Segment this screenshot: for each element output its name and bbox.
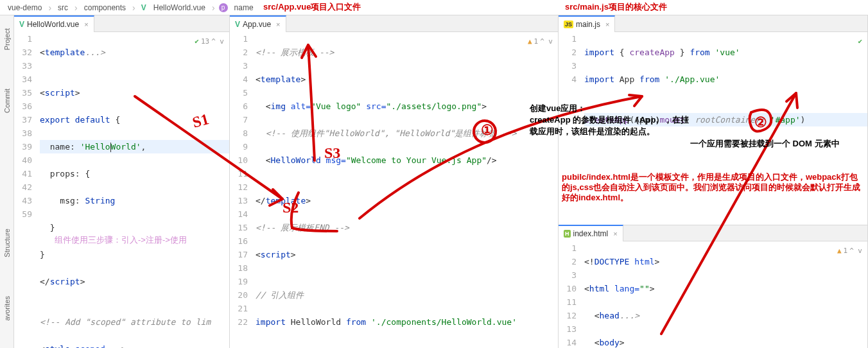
gutter: 1231011121314 — [559, 241, 582, 348]
left-tool-bar: Project Commit Structure avorites — [0, 15, 14, 348]
inspection-hint[interactable]: ✔13 ^ v — [195, 35, 224, 48]
breadcrumb: vue-demo › src › components › V HelloWor… — [0, 0, 868, 15]
gutter: 132333435363738394041424359 — [14, 32, 37, 348]
html-file-icon: H — [564, 230, 571, 238]
chevron-right-icon: › — [73, 3, 79, 13]
bc-components[interactable]: components — [82, 3, 128, 12]
editor-helloworld[interactable]: 132333435363738394041424359 <template...… — [14, 32, 229, 348]
gutter: 1234 — [559, 32, 582, 225]
tool-commit[interactable]: Commit — [3, 89, 11, 113]
bc-src[interactable]: src — [55, 3, 71, 12]
tab-label: App.vue — [243, 20, 271, 29]
check-icon: ✔ — [195, 35, 199, 48]
inspection-hint[interactable]: ▲1 ^ v — [837, 244, 862, 257]
tab-label: index.html — [573, 229, 609, 238]
close-icon[interactable]: × — [603, 21, 609, 28]
inspection-hint[interactable]: ✔ — [858, 35, 862, 48]
editor-pane-app: V App.vue × 1234567891011121314151617181… — [230, 15, 559, 348]
inspection-hint[interactable]: ▲1 ^ v — [528, 35, 553, 48]
warning-icon: ▲ — [528, 35, 532, 48]
code-area[interactable]: <!DOCTYPE html> <html lang=""> <head...>… — [582, 241, 867, 348]
tool-project[interactable]: Project — [3, 28, 11, 50]
vue-file-icon: V — [139, 3, 148, 12]
bc-symbol[interactable]: name — [232, 3, 256, 12]
editor-pane-right: JS main.js × 1234 import { createApp } f… — [559, 15, 868, 348]
gutter: 12345678910111213141516171819202122 — [230, 32, 253, 348]
close-icon[interactable]: × — [611, 230, 617, 238]
tool-favorites[interactable]: avorites — [3, 296, 11, 321]
warning-icon: ▲ — [837, 244, 842, 257]
code-area[interactable]: import { createApp } from 'vue' import A… — [582, 32, 867, 225]
vue-file-icon: V — [19, 20, 24, 29]
code-area[interactable]: <!-- 展示模板 --> <template> <img alt="Vue l… — [253, 32, 558, 348]
bc-file[interactable]: HelloWorld.vue — [151, 3, 208, 12]
editor-indexhtml[interactable]: 1231011121314 <!DOCTYPE html> <html lang… — [559, 241, 867, 348]
tab-indexhtml[interactable]: H index.html × — [559, 225, 623, 241]
chevron-right-icon: › — [131, 3, 137, 13]
editor-pane-helloworld: V HelloWorld.vue × 132333435363738394041… — [14, 15, 230, 348]
tab-label: HelloWorld.vue — [27, 20, 79, 29]
chevron-right-icon: › — [47, 3, 53, 13]
bc-project[interactable]: vue-demo — [5, 3, 44, 12]
vue-file-icon: V — [235, 20, 240, 29]
close-icon[interactable]: × — [82, 21, 88, 28]
check-icon: ✔ — [858, 35, 862, 48]
property-icon: p — [219, 3, 228, 12]
editor-mainjs[interactable]: 1234 import { createApp } from 'vue' imp… — [559, 32, 867, 225]
code-area[interactable]: <template...> <script> export default { … — [37, 32, 229, 348]
js-file-icon: JS — [564, 21, 573, 28]
close-icon[interactable]: × — [273, 21, 280, 28]
tab-mainjs[interactable]: JS main.js × — [559, 15, 615, 32]
tool-structure[interactable]: Structure — [3, 229, 11, 257]
editor-app[interactable]: 12345678910111213141516171819202122 <!--… — [230, 32, 558, 348]
chevron-right-icon: › — [211, 3, 216, 13]
tab-helloworld[interactable]: V HelloWorld.vue × — [14, 15, 94, 32]
tab-label: main.js — [576, 20, 600, 29]
tab-app[interactable]: V App.vue × — [230, 15, 286, 32]
